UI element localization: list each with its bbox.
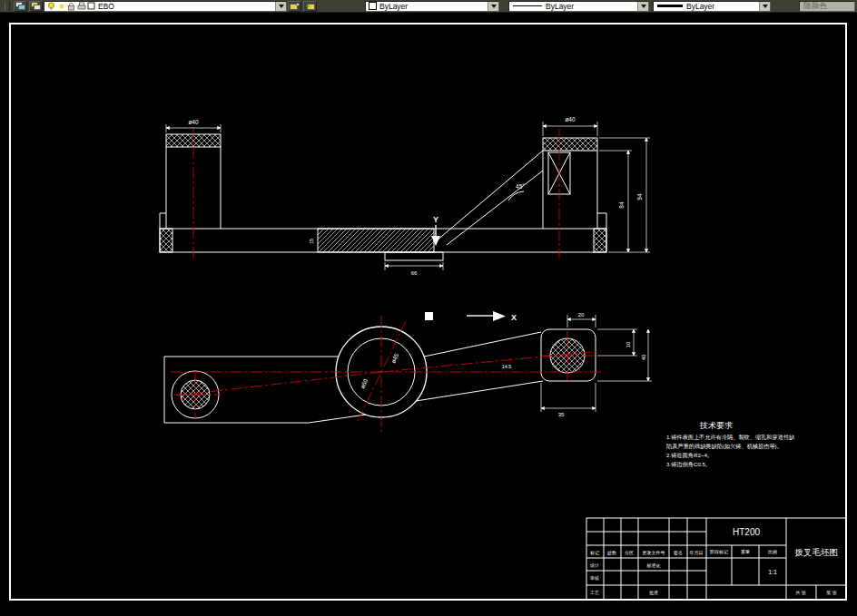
dim-hub-inner-dia: ø45 [389,352,399,364]
drawing-area[interactable]: ø40 ø40 45° 94 84 15 66 Y [0,13,857,616]
dim-boss-width: 66 [411,270,418,276]
top-view [160,134,606,260]
toolbar-grip[interactable] [5,2,10,11]
layer-combo[interactable]: EBO [44,1,287,12]
layer-previous-button[interactable] [303,1,317,12]
layer-color-swatch [86,2,96,10]
tech-requirements-line: 1.铸件表面上不允许有冷隔、裂纹、缩孔和穿透性缺 [666,434,795,441]
label-process: 工艺 [590,590,599,595]
layer-freeze-icon[interactable] [56,2,66,11]
title-block [586,518,846,600]
lineweight-value: ByLayer [685,2,759,11]
layer-states-icon [31,2,42,11]
dim-top-right-dia: ø40 [565,116,576,122]
layer-dropdown-arrow[interactable] [275,2,286,11]
color-dropdown-arrow[interactable] [488,2,498,11]
section-label-y: Y [433,215,438,224]
label-change-file-no: 更改文件号 [643,550,665,555]
layers-icon [15,2,26,11]
section-arrow-x [425,311,506,321]
layer-on-off-icon[interactable] [46,2,56,11]
dim-lobe-height: 40 [641,354,646,360]
make-layer-current-icon [290,2,300,11]
layer-properties-manager-button[interactable] [14,1,27,12]
tech-requirements-line: 3.铸边倒角C0.5。 [666,461,711,468]
label-signature: 签名 [674,550,683,556]
dim-inner-height: 84 [618,201,625,209]
material-value: HT200 [733,527,760,537]
label-design: 设计 [589,562,599,568]
label-date: 年月日 [690,550,704,556]
tech-requirements-line: 陷及严重的残缺类缺陷(如欠铸、机械损伤等)。 [666,443,783,450]
layer-states-button[interactable] [29,1,43,12]
section-label-x: X [511,313,517,322]
dim-angle: 45° [516,183,525,190]
label-standardization: 标准化 [646,562,661,569]
application-window: EBO ByLayer ByLayer By [0,0,857,616]
dim-lobe-width: 35 [558,412,565,417]
scale-value: 1:1 [768,569,777,575]
dim-arm-offset: 14.5 [502,364,512,369]
lineweight-combo[interactable]: ByLayer [653,1,771,12]
lineweight-dropdown-arrow[interactable] [759,2,770,11]
tech-requirements-line: 2.铸造圆角R2~4。 [666,452,713,459]
tech-requirements: 技术要求 1.铸件表面上不允许有冷隔、裂纹、缩孔和穿透性缺 陷及严重的残缺类缺陷… [666,421,795,468]
chevron-down-icon [491,5,497,8]
layer-previous-icon [305,2,316,11]
chevron-down-icon [763,5,768,8]
label-sheets-total: 共 张 [795,590,805,596]
dim-base-band: 15 [309,239,314,244]
lineweight-preview [657,5,683,7]
layer-lock-icon[interactable] [66,2,76,11]
linetype-combo[interactable]: ByLayer [508,1,649,12]
label-mark: 标记 [589,550,599,556]
dim-top-left-dia: ø40 [188,119,199,125]
label-scale: 比例 [768,549,777,555]
label-stage-mark: 阶段标记 [710,549,728,555]
plot-style-value: 随颜色 [802,1,854,12]
drawing-title: 拨叉毛坯图 [794,547,838,557]
bottom-view-texts: 20 10 40 35 14.5 ø60 ø45 X [359,312,646,417]
linetype-preview [513,5,542,6]
linetype-value: ByLayer [544,2,637,11]
label-review: 审核 [590,575,599,581]
plot-style-combo: 随颜色 [799,1,855,12]
make-object-layer-current-button[interactable] [288,1,301,12]
label-count: 处数 [607,550,616,556]
color-value: ByLayer [378,2,488,11]
chevron-down-icon [641,5,646,8]
tech-requirements-title: 技术要求 [699,421,733,430]
color-combo[interactable]: ByLayer [365,1,499,12]
label-zone: 分区 [625,550,634,555]
toolbar: EBO ByLayer ByLayer By [0,0,857,13]
label-weight: 重量 [741,549,750,554]
linetype-dropdown-arrow[interactable] [637,2,648,11]
dim-overall-height: 94 [636,193,643,200]
layer-name: EBO [96,2,275,11]
dim-hub-outer-dia: ø60 [359,377,369,389]
color-swatch [369,2,377,10]
chevron-down-icon [279,5,284,8]
layer-plot-icon[interactable] [76,2,86,11]
drawing-canvas[interactable]: ø40 ø40 45° 94 84 15 66 Y [0,13,857,616]
label-sheet-no: 第 张 [826,590,836,596]
label-approve: 批准 [649,590,658,596]
dim-lobe-top: 10 [626,341,631,347]
drawing-frame [10,24,846,600]
title-block-texts: HT200 拨叉毛坯图 1:1 标记 处数 分区 更改文件号 签名 年月日 设计… [589,527,838,596]
dim-lobe-offset: 20 [578,312,585,318]
